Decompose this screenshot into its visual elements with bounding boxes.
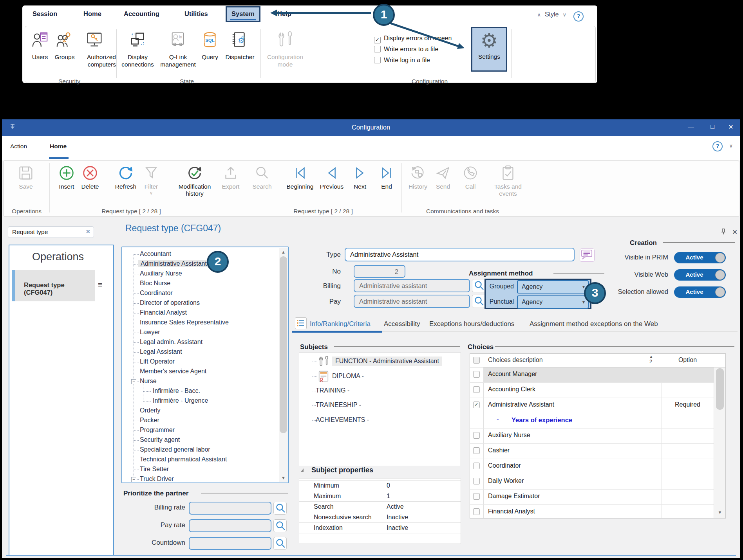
unchecked-checkbox-icon[interactable] bbox=[473, 508, 480, 515]
query-icon[interactable]: SQL bbox=[201, 31, 219, 49]
tree-item[interactable]: Bloc Nurse bbox=[122, 279, 278, 289]
choices-row[interactable]: Cashier bbox=[470, 443, 714, 459]
scrollbar-thumb[interactable] bbox=[716, 368, 724, 410]
tree-item[interactable]: Specialized general labor bbox=[122, 445, 278, 455]
billing-rate-field[interactable] bbox=[189, 502, 271, 515]
top-tab-system[interactable]: System bbox=[226, 6, 260, 22]
tree-item[interactable]: −Nurse bbox=[122, 377, 278, 387]
select-all-checkbox[interactable] bbox=[473, 357, 480, 364]
tree-item[interactable]: Programmer bbox=[122, 426, 278, 436]
tab-exceptions-hours-deductions[interactable]: Exceptions hours/deductions bbox=[429, 320, 514, 328]
billing-field[interactable]: Administrative assistant bbox=[354, 279, 470, 292]
checked-checkbox-icon[interactable]: ✓ bbox=[374, 37, 381, 43]
checked-checkbox-icon[interactable]: ✓ bbox=[473, 402, 480, 408]
top-tab-utilities[interactable]: Utilities bbox=[184, 10, 208, 18]
tree-item[interactable]: Auxiliary Nurse bbox=[122, 269, 278, 279]
unchecked-checkbox-icon[interactable] bbox=[473, 371, 480, 378]
property-row[interactable]: IndexationInactive bbox=[299, 522, 461, 533]
tab-assignment-method-exceptions-on-the-web[interactable]: Assignment method exceptions on the Web bbox=[530, 320, 658, 328]
unchecked-checkbox-icon[interactable] bbox=[473, 447, 480, 454]
subject-item[interactable]: DIPLOMA - bbox=[332, 373, 364, 380]
unchecked-checkbox-icon[interactable] bbox=[374, 57, 381, 63]
chevron-down-icon[interactable]: ∨ bbox=[729, 143, 733, 149]
top-tab-home[interactable]: Home bbox=[83, 10, 101, 18]
tree-item[interactable]: Lift Operator bbox=[122, 357, 278, 367]
choices-table[interactable]: Choices description ▲ 2 Option Account M… bbox=[470, 353, 726, 519]
toggle-knob[interactable] bbox=[715, 253, 725, 263]
chevron-down-icon[interactable]: ∨ bbox=[562, 12, 566, 18]
ribbon-delete-button[interactable]: Delete bbox=[71, 164, 109, 190]
top-tab-accounting[interactable]: Accounting bbox=[124, 10, 159, 18]
top-tab-help[interactable]: Help bbox=[277, 10, 291, 18]
chevron-down-icon[interactable]: ▾ bbox=[582, 299, 585, 305]
tab-info-ranking-criteria[interactable]: Info/Ranking/Criteria bbox=[310, 320, 371, 328]
selection-allowed-toggle[interactable]: Active bbox=[674, 286, 726, 298]
unchecked-checkbox-icon[interactable] bbox=[473, 463, 480, 469]
checkbox-row[interactable]: Write errors to a file bbox=[374, 46, 438, 55]
close-icon[interactable]: ✕ bbox=[732, 228, 738, 236]
visible-in-prim-toggle[interactable]: Active bbox=[674, 252, 726, 263]
unchecked-checkbox-icon[interactable] bbox=[473, 478, 480, 484]
close-icon[interactable]: ✕ bbox=[85, 228, 90, 235]
unchecked-checkbox-icon[interactable] bbox=[473, 432, 480, 439]
choices-row[interactable]: -Years of experience bbox=[470, 413, 714, 429]
sidebar-item-request-type[interactable]: Request type (CFG047) bbox=[12, 270, 95, 301]
authorized-computers-icon[interactable] bbox=[85, 31, 104, 49]
search-lookup-button[interactable] bbox=[273, 502, 287, 515]
subject-item[interactable]: TRAINING - bbox=[316, 387, 349, 394]
tree-item-selected[interactable]: Administrative Assistant bbox=[122, 259, 278, 269]
tab-home[interactable]: Home bbox=[50, 143, 67, 150]
sort-arrow-icon[interactable]: ▲ bbox=[649, 355, 653, 358]
collapse-triangle-icon[interactable] bbox=[301, 468, 304, 472]
tree-item[interactable]: Lawyer bbox=[122, 328, 278, 338]
minimize-button[interactable]: — bbox=[685, 123, 697, 130]
tree-item[interactable]: Legal admin. Assistant bbox=[122, 338, 278, 348]
tree-item[interactable]: Tire Setter bbox=[122, 465, 278, 475]
qlink-management-icon[interactable]: in bbox=[169, 31, 187, 49]
tab-action[interactable]: Action bbox=[10, 143, 27, 150]
chevron-down-icon[interactable]: ∨ bbox=[132, 191, 170, 196]
help-icon[interactable]: ? bbox=[712, 141, 723, 151]
request-type-tree[interactable]: AccountantAdministrative AssistantAuxili… bbox=[121, 247, 289, 483]
scroll-down-icon[interactable]: ▼ bbox=[279, 475, 288, 480]
choices-row[interactable]: Financial Analyst bbox=[470, 504, 714, 519]
toggle-knob[interactable] bbox=[715, 287, 725, 297]
tree-item[interactable]: Security agent bbox=[122, 436, 278, 445]
choices-scrollbar[interactable]: ▲ ▼ bbox=[714, 354, 726, 519]
toggle-knob[interactable] bbox=[715, 270, 725, 280]
subject-item[interactable]: FUNCTION - Administrative Assistant bbox=[332, 357, 442, 366]
style-label[interactable]: Style bbox=[545, 11, 559, 18]
subject-item[interactable]: TRAINEESHIP - bbox=[316, 402, 361, 409]
subjects-tree[interactable]: FUNCTION - Administrative AssistantDIPLO… bbox=[299, 353, 461, 466]
tree-item[interactable]: Member's service Agent bbox=[122, 367, 278, 377]
property-row[interactable]: Minimum0 bbox=[299, 480, 461, 491]
dispatcher-icon[interactable]: ⚙⚙ bbox=[230, 31, 248, 49]
collapse-ribbon-icon[interactable]: ∧ bbox=[537, 12, 541, 18]
pay-field[interactable]: Administrative assistant bbox=[354, 295, 470, 308]
tree-item[interactable]: Accountant bbox=[122, 250, 278, 259]
users-icon[interactable] bbox=[31, 31, 49, 49]
grouped-method-dropdown[interactable]: Agency▾ bbox=[517, 280, 589, 294]
tree-item[interactable]: Coordinator bbox=[122, 289, 278, 299]
groups-icon[interactable] bbox=[56, 31, 74, 49]
choices-row[interactable]: Accounting Clerk bbox=[470, 382, 714, 398]
tree-item[interactable]: Infirmière - Urgence bbox=[122, 396, 278, 406]
subject-item[interactable]: ACHIEVEMENTS - bbox=[316, 416, 369, 423]
checkbox-row[interactable]: ✓Display errors on screen bbox=[374, 35, 452, 44]
tree-item[interactable]: Financial Analyst bbox=[122, 308, 278, 318]
maximize-button[interactable]: □ bbox=[707, 123, 718, 130]
choices-row[interactable]: Coordinator bbox=[470, 459, 714, 474]
punctual-method-dropdown[interactable]: Agency▾ bbox=[517, 295, 589, 309]
collapse-minus-icon[interactable]: − bbox=[131, 477, 136, 482]
pay-rate-field[interactable] bbox=[189, 519, 271, 532]
display-connections-icon[interactable] bbox=[128, 31, 146, 49]
collapse-minus-icon[interactable]: − bbox=[131, 379, 136, 384]
search-lookup-button[interactable] bbox=[273, 537, 287, 550]
choices-row[interactable]: Auxiliary Nurse bbox=[470, 428, 714, 444]
property-row[interactable]: Maximum1 bbox=[299, 491, 461, 502]
settings-button[interactable]: ⚙ Settings bbox=[471, 27, 507, 72]
unchecked-checkbox-icon[interactable] bbox=[473, 386, 480, 393]
property-row[interactable]: SearchActive bbox=[299, 501, 461, 512]
tree-item[interactable]: −Truck Driver bbox=[122, 475, 278, 484]
top-tab-session[interactable]: Session bbox=[33, 10, 57, 18]
